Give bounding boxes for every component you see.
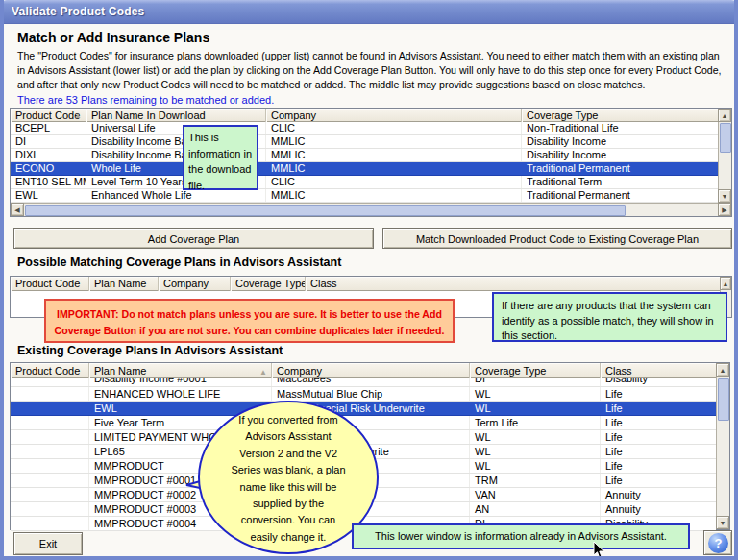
- column-header-product-code[interactable]: Product Code ▲: [11, 109, 86, 122]
- scroll-up-icon[interactable]: ▲: [720, 277, 731, 290]
- cell-product_code: [11, 416, 89, 429]
- table-row[interactable]: Disability Income #0001MaccabeesDIDisabi…: [11, 378, 716, 387]
- cell-class: Annuity: [601, 502, 716, 516]
- cell-coverage_type: WL: [470, 387, 601, 401]
- cell-company: MMLIC: [266, 149, 522, 161]
- column-header-coverage-type[interactable]: Coverage Type: [231, 277, 306, 291]
- sort-asc-icon: ▲: [74, 110, 82, 122]
- scroll-down-icon[interactable]: ▼: [718, 189, 731, 203]
- scroll-left-icon[interactable]: ◀: [11, 203, 24, 216]
- column-header-company[interactable]: Company: [159, 277, 231, 291]
- existing-grid-vertical-scrollbar[interactable]: ▲ ▼: [716, 363, 729, 529]
- cell-product_code: DIXL: [11, 149, 86, 161]
- exit-button[interactable]: Exit: [13, 532, 83, 555]
- column-header-product-code[interactable]: Product Code: [11, 363, 89, 378]
- mouse-cursor-icon: [593, 542, 605, 559]
- column-header-coverage-type[interactable]: Coverage Type: [470, 363, 601, 378]
- scroll-right-icon[interactable]: ▶: [718, 203, 731, 216]
- scrollbar-thumb[interactable]: [718, 378, 729, 421]
- scrollbar-thumb[interactable]: [720, 123, 731, 153]
- cell-product_code: [11, 459, 89, 473]
- window-title: Validate Product Codes: [12, 5, 144, 18]
- cell-company: Maccabees: [272, 378, 470, 386]
- page-title: Match or Add Insurance Plans: [17, 30, 209, 45]
- cell-class: Life: [601, 402, 716, 415]
- title-bar[interactable]: Validate Product Codes: [0, 0, 738, 24]
- cell-class: Life: [601, 387, 716, 401]
- cell-product_code: [11, 474, 89, 487]
- intro-text: The "Product Codes" for insurance plans …: [17, 49, 738, 91]
- cell-product_code: [11, 445, 89, 458]
- cell-coverage_type: Traditional Permanent: [522, 162, 718, 175]
- table-row[interactable]: DIXLDisability Income BaseMMLICDisabilit…: [11, 149, 718, 162]
- column-header-class[interactable]: Class: [306, 277, 720, 291]
- table-row[interactable]: BCEPLUniversal LifeCLICNon-Traditional L…: [11, 122, 718, 135]
- column-header-plan-name-in-download[interactable]: Plan Name In Download: [86, 109, 266, 122]
- cell-class: Life: [601, 430, 716, 444]
- add-coverage-plan-button[interactable]: Add Coverage Plan: [13, 228, 374, 249]
- table-row[interactable]: DIDisability Income BaseMMLICDisability …: [11, 135, 718, 149]
- column-header-company[interactable]: Company: [266, 109, 522, 122]
- cell-company: CLIC: [266, 176, 522, 188]
- existing-coverage-heading: Existing Coverage Plans In Advisors Assi…: [17, 344, 283, 357]
- cell-company: MMLIC: [266, 162, 522, 175]
- cell-coverage_type: Disability Income: [522, 135, 718, 148]
- scrollbar-thumb[interactable]: [25, 205, 626, 216]
- cell-coverage_type: WL: [470, 402, 601, 415]
- scroll-up-icon[interactable]: ▲: [718, 109, 731, 122]
- column-header-class[interactable]: Class: [601, 363, 716, 378]
- match-downloaded-button[interactable]: Match Downloaded Product Code to Existin…: [382, 228, 732, 249]
- cell-coverage_type: DI: [470, 378, 601, 386]
- cell-class: Annuity: [601, 488, 716, 501]
- cell-company: MMLIC: [266, 135, 522, 148]
- cell-class: Life: [601, 445, 716, 458]
- cell-coverage_type: WL: [470, 445, 601, 458]
- cell-company: CLIC: [266, 122, 522, 134]
- important-warning-callout: IMPORTANT: Do not match plans unless you…: [44, 299, 455, 343]
- cell-coverage_type: Term Life: [470, 416, 601, 429]
- cell-coverage_type: Disability Income: [522, 149, 718, 161]
- possible-match-info-callout: If there are any products that the syste…: [492, 292, 727, 342]
- help-icon: ?: [708, 533, 728, 553]
- download-plans-rows: BCEPLUniversal LifeCLICNon-Traditional L…: [11, 122, 718, 203]
- download-grid-vertical-scrollbar[interactable]: ▲ ▼: [718, 109, 731, 203]
- cell-coverage_type: Traditional Term: [522, 176, 718, 188]
- download-grid-horizontal-scrollbar[interactable]: ◀ ▶: [11, 203, 731, 216]
- cell-plan_name: Disability Income #0001: [89, 378, 272, 386]
- cell-plan_name: Enhanced Whole Life: [86, 189, 266, 202]
- cell-coverage_type: Traditional Permanent: [522, 189, 718, 202]
- cell-class: Life: [601, 459, 716, 473]
- cell-class: Life: [601, 416, 716, 429]
- cell-coverage_type: Non-Traditional Life: [522, 122, 718, 134]
- possible-matching-heading: Possible Matching Coverage Plans in Advi…: [17, 256, 341, 269]
- help-button[interactable]: ?: [703, 530, 732, 555]
- cell-product_code: [11, 488, 89, 501]
- sort-asc-icon: ▲: [259, 366, 267, 378]
- column-header-product-code[interactable]: Product Code: [11, 277, 89, 291]
- table-row[interactable]: ECONOWhole LifeMMLICTraditional Permanen…: [11, 162, 718, 176]
- cell-product_code: [11, 402, 89, 415]
- table-row[interactable]: EWLEnhanced Whole LifeMMLICTraditional P…: [11, 189, 718, 203]
- scroll-down-icon[interactable]: ▼: [716, 516, 729, 529]
- column-header-coverage-type[interactable]: Coverage Type: [522, 109, 718, 122]
- cell-product_code: [11, 517, 89, 530]
- cell-coverage_type: WL: [470, 430, 601, 444]
- scroll-up-icon[interactable]: ▲: [716, 363, 729, 377]
- cell-class: Disability: [601, 378, 716, 386]
- lower-window-info-callout: This lower window is information already…: [352, 523, 690, 549]
- cell-product_code: [11, 387, 89, 401]
- conversion-note-text: If you converted from Advisors Assistant…: [206, 412, 371, 546]
- cell-class: Life: [601, 474, 716, 487]
- cell-product_code: [11, 430, 89, 444]
- download-plans-grid: Product Code ▲ Plan Name In Download Com…: [10, 108, 732, 217]
- cell-product_code: ECONO: [11, 162, 86, 175]
- cell-product_code: [11, 378, 89, 386]
- column-header-plan-name[interactable]: Plan Name ▲: [89, 363, 272, 378]
- table-row[interactable]: ENT10 SEL MMLevel Term 10 YearsCLICTradi…: [11, 176, 718, 189]
- cell-coverage_type: WL: [470, 459, 601, 473]
- column-header-plan-name[interactable]: Plan Name: [89, 277, 159, 291]
- column-header-company[interactable]: Company: [272, 363, 470, 378]
- download-info-callout: This is information in the download file…: [183, 125, 258, 190]
- cell-product_code: ENT10 SEL MM: [11, 176, 86, 188]
- cell-product_code: [11, 502, 89, 516]
